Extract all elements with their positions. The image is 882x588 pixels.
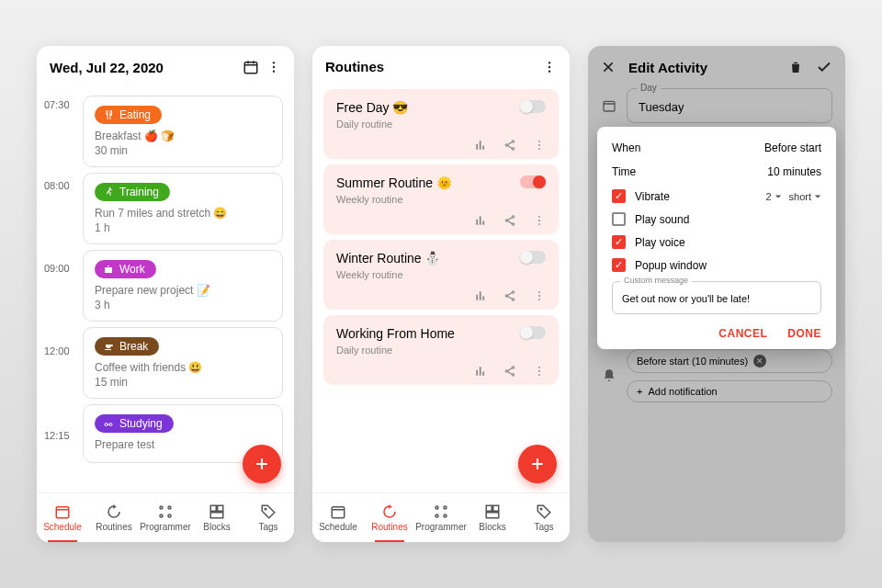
- more-icon[interactable]: [533, 365, 546, 378]
- share-icon[interactable]: [503, 214, 516, 227]
- fab-add[interactable]: [518, 445, 557, 483]
- more-icon[interactable]: [533, 214, 546, 227]
- edit-title: Edit Activity: [628, 60, 775, 75]
- svg-point-10: [160, 514, 163, 517]
- routine-toggle[interactable]: [520, 100, 546, 113]
- schedule-items: Eating Breakfast 🍎 🍞 30 min Training Run…: [83, 85, 287, 463]
- svg-point-30: [538, 223, 540, 225]
- nav-schedule[interactable]: Schedule: [37, 493, 88, 542]
- svg-point-1: [273, 62, 275, 63]
- routine-card[interactable]: Winter Routine ⛄ Weekly routine: [323, 240, 559, 310]
- time-row[interactable]: Time 10 minutes: [612, 165, 821, 178]
- calendar-icon[interactable]: [243, 59, 259, 75]
- routine-card[interactable]: Summer Routine 🌞 Weekly routine: [323, 164, 559, 234]
- notification-chip[interactable]: Before start (10 minutes) ✕: [627, 349, 832, 373]
- plus-icon: +: [637, 386, 642, 397]
- fab-add[interactable]: [243, 445, 281, 483]
- svg-point-20: [505, 144, 507, 146]
- routines-title: Routines: [325, 59, 535, 74]
- svg-point-39: [512, 374, 514, 376]
- routine-card[interactable]: Working From Home Daily routine: [323, 315, 559, 385]
- glasses-icon: [102, 417, 115, 430]
- share-icon[interactable]: [503, 139, 516, 152]
- briefcase-icon: [102, 263, 115, 276]
- routines-icon: [106, 503, 122, 520]
- tags-icon: [260, 503, 277, 520]
- schedule-card[interactable]: Training Run 7 miles and stretch 😄 1 h: [83, 173, 283, 244]
- play-voice-row[interactable]: Play voice: [612, 235, 821, 249]
- remove-chip-icon[interactable]: ✕: [753, 355, 766, 368]
- svg-point-24: [538, 148, 540, 150]
- vibrate-count-select[interactable]: 2: [765, 191, 781, 202]
- svg-point-40: [538, 367, 540, 368]
- nav-routines[interactable]: Routines: [88, 493, 140, 542]
- schedule-card[interactable]: Work Prepare new project 📝 3 h: [83, 250, 283, 322]
- when-row[interactable]: When Before start: [612, 141, 821, 154]
- routine-toggle[interactable]: [520, 326, 546, 339]
- close-icon[interactable]: [601, 60, 616, 74]
- time-label: 12:00: [44, 345, 70, 356]
- play-sound-checkbox[interactable]: [612, 212, 626, 226]
- nav-routines[interactable]: Routines: [364, 493, 415, 542]
- play-sound-row[interactable]: Play sound: [612, 212, 821, 226]
- edit-header: Edit Activity: [588, 46, 845, 88]
- vibrate-checkbox[interactable]: [612, 189, 626, 203]
- nav-tags[interactable]: Tags: [243, 493, 294, 542]
- nav-tags[interactable]: Tags: [518, 493, 570, 542]
- routine-subtitle: Weekly routine: [336, 269, 440, 280]
- custom-message-field[interactable]: Custom message Get out now or you'll be …: [612, 281, 821, 314]
- popup-window-checkbox[interactable]: [612, 258, 626, 272]
- nav-programmer[interactable]: Programmer: [140, 493, 191, 542]
- bottom-nav: ScheduleRoutinesProgrammerBlocksTags: [312, 492, 570, 542]
- bottom-nav: ScheduleRoutinesProgrammerBlocksTags: [37, 492, 294, 542]
- vibrate-length-select[interactable]: short: [789, 191, 821, 202]
- routine-toggle[interactable]: [520, 251, 546, 264]
- nav-schedule[interactable]: Schedule: [312, 493, 364, 542]
- confirm-icon[interactable]: [816, 59, 832, 75]
- popup-window-row[interactable]: Popup window: [612, 258, 821, 272]
- routines-icon: [381, 503, 398, 520]
- routine-subtitle: Weekly routine: [336, 194, 452, 205]
- cancel-button[interactable]: CANCEL: [718, 327, 767, 340]
- done-button[interactable]: DONE: [787, 327, 821, 340]
- day-field[interactable]: Day Tuesday: [627, 88, 832, 123]
- stats-icon[interactable]: [474, 365, 487, 378]
- screen-schedule: Wed, Jul 22, 2020 07:30 08:00 09:00 12:0…: [37, 46, 294, 542]
- routine-card[interactable]: Free Day 😎 Daily routine: [323, 89, 559, 159]
- nav-blocks[interactable]: Blocks: [467, 493, 518, 542]
- routine-subtitle: Daily routine: [336, 119, 408, 130]
- more-icon[interactable]: [266, 60, 281, 74]
- category-pill: Training: [95, 183, 170, 201]
- blocks-icon: [484, 503, 501, 520]
- routine-toggle[interactable]: [520, 175, 546, 188]
- stats-icon[interactable]: [474, 289, 487, 302]
- add-notification-chip[interactable]: + Add notification: [627, 380, 832, 402]
- schedule-duration: 30 min: [95, 144, 271, 157]
- schedule-icon: [54, 503, 71, 520]
- more-icon[interactable]: [533, 139, 546, 152]
- vibrate-row[interactable]: Vibrate 2 short: [612, 189, 821, 203]
- svg-point-4: [109, 187, 111, 189]
- stats-icon[interactable]: [474, 214, 487, 227]
- programmer-icon: [157, 503, 174, 520]
- svg-point-33: [512, 299, 514, 300]
- play-voice-checkbox[interactable]: [612, 235, 626, 249]
- schedule-card[interactable]: Break Coffee with friends 😃 15 min: [83, 327, 283, 399]
- share-icon[interactable]: [503, 365, 516, 378]
- svg-point-17: [548, 65, 550, 67]
- calendar-icon: [601, 98, 617, 113]
- routine-subtitle: Daily routine: [336, 345, 455, 356]
- nav-blocks[interactable]: Blocks: [191, 493, 243, 542]
- time-label: 09:00: [44, 263, 70, 274]
- routine-name: Free Day 😎: [336, 100, 408, 115]
- schedule-desc: Prepare new project 📝: [95, 284, 271, 297]
- svg-point-5: [105, 424, 107, 426]
- nav-programmer[interactable]: Programmer: [415, 493, 467, 542]
- delete-icon[interactable]: [788, 60, 803, 74]
- category-pill: Work: [95, 260, 156, 278]
- more-icon[interactable]: [542, 60, 557, 74]
- schedule-card[interactable]: Eating Breakfast 🍎 🍞 30 min: [83, 96, 283, 167]
- share-icon[interactable]: [503, 289, 516, 302]
- more-icon[interactable]: [533, 289, 546, 302]
- stats-icon[interactable]: [474, 139, 487, 152]
